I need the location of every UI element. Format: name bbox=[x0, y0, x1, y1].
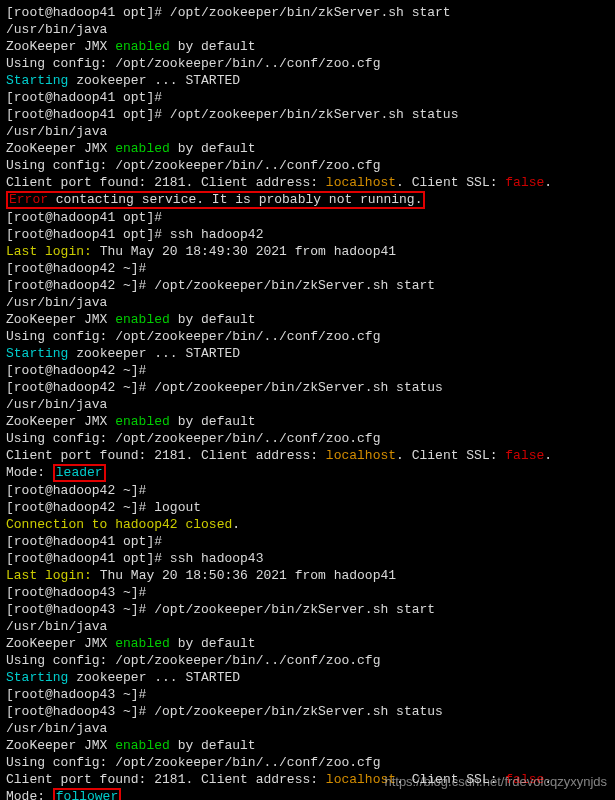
output-text: zookeeper ... STARTED bbox=[68, 73, 240, 88]
closed-text: closed bbox=[185, 517, 232, 532]
output-text: ZooKeeper JMX bbox=[6, 39, 115, 54]
mode-label: Mode: bbox=[6, 465, 53, 480]
prompt: [root@hadoop42 ~]# bbox=[6, 483, 154, 498]
output-text: by default bbox=[170, 312, 256, 327]
prompt: [root@hadoop41 opt]# bbox=[6, 90, 170, 105]
login-time: Thu May 20 18:50:36 2021 from hadoop41 bbox=[92, 568, 396, 583]
output-text: by default bbox=[170, 414, 256, 429]
command: /opt/zookeeper/bin/zkServer.sh start bbox=[154, 602, 435, 617]
command: logout bbox=[154, 500, 201, 515]
mode-label: Mode: bbox=[6, 789, 53, 800]
command: ssh hadoop42 bbox=[170, 227, 264, 242]
login-time: Thu May 20 18:49:30 2021 from hadoop41 bbox=[92, 244, 396, 259]
watermark-text: https://blog.csdn.net/frdevolcqzyxynjds bbox=[384, 773, 607, 790]
status-enabled: enabled bbox=[115, 39, 170, 54]
status-enabled: enabled bbox=[115, 414, 170, 429]
prompt: [root@hadoop43 ~]# bbox=[6, 602, 154, 617]
error-msg: contacting service. It is probably not r… bbox=[48, 192, 422, 207]
output-text: . bbox=[544, 448, 552, 463]
prompt: [root@hadoop43 ~]# bbox=[6, 704, 154, 719]
output-text: . bbox=[544, 175, 552, 190]
prompt: [root@hadoop42 ~]# bbox=[6, 363, 154, 378]
output-text: zookeeper ... STARTED bbox=[68, 346, 240, 361]
prompt: [root@hadoop41 opt]# bbox=[6, 227, 170, 242]
follower-highlight-box: follower bbox=[53, 788, 121, 800]
output-text: ZooKeeper JMX bbox=[6, 141, 115, 156]
ssl-false: false bbox=[505, 448, 544, 463]
output-text: by default bbox=[170, 738, 256, 753]
output-line: /usr/bin/java bbox=[6, 720, 609, 737]
output-line: Using config: /opt/zookeeper/bin/../conf… bbox=[6, 430, 609, 447]
status-enabled: enabled bbox=[115, 738, 170, 753]
output-line: Using config: /opt/zookeeper/bin/../conf… bbox=[6, 157, 609, 174]
command: /opt/zookeeper/bin/zkServer.sh status bbox=[170, 107, 459, 122]
output-text: . bbox=[232, 517, 240, 532]
command: ssh hadoop43 bbox=[170, 551, 264, 566]
status-starting: Starting bbox=[6, 73, 68, 88]
prompt: [root@hadoop42 ~]# bbox=[6, 500, 154, 515]
prompt: [root@hadoop41 opt]# bbox=[6, 534, 170, 549]
command: /opt/zookeeper/bin/zkServer.sh start bbox=[170, 5, 451, 20]
prompt: [root@hadoop41 opt]# bbox=[6, 107, 170, 122]
output-text: Client port found: 2181. Client address: bbox=[6, 772, 326, 787]
output-line: Using config: /opt/zookeeper/bin/../conf… bbox=[6, 754, 609, 771]
prompt: [root@hadoop43 ~]# bbox=[6, 585, 154, 600]
prompt: [root@hadoop42 ~]# bbox=[6, 380, 154, 395]
status-enabled: enabled bbox=[115, 636, 170, 651]
output-text: ZooKeeper JMX bbox=[6, 738, 115, 753]
output-line: /usr/bin/java bbox=[6, 396, 609, 413]
output-line: /usr/bin/java bbox=[6, 21, 609, 38]
output-text: Client port found: 2181. Client address: bbox=[6, 448, 326, 463]
output-line: Using config: /opt/zookeeper/bin/../conf… bbox=[6, 328, 609, 345]
status-starting: Starting bbox=[6, 346, 68, 361]
prompt: [root@hadoop42 ~]# bbox=[6, 261, 154, 276]
output-text: by default bbox=[170, 39, 256, 54]
leader-highlight-box: leader bbox=[53, 464, 106, 482]
output-text: zookeeper ... STARTED bbox=[68, 670, 240, 685]
status-enabled: enabled bbox=[115, 141, 170, 156]
command: /opt/zookeeper/bin/zkServer.sh start bbox=[154, 278, 435, 293]
error-highlight-box: Error contacting service. It is probably… bbox=[6, 191, 425, 209]
status-enabled: enabled bbox=[115, 312, 170, 327]
mode-leader: leader bbox=[56, 465, 103, 480]
status-starting: Starting bbox=[6, 670, 68, 685]
mode-follower: follower bbox=[56, 789, 118, 800]
output-text: Client port found: 2181. Client address: bbox=[6, 175, 326, 190]
prompt: [root@hadoop42 ~]# bbox=[6, 278, 154, 293]
connection-text: Connection to hadoop42 bbox=[6, 517, 185, 532]
command: /opt/zookeeper/bin/zkServer.sh status bbox=[154, 380, 443, 395]
terminal-output: [root@hadoop41 opt]# /opt/zookeeper/bin/… bbox=[6, 4, 609, 800]
output-line: /usr/bin/java bbox=[6, 123, 609, 140]
localhost-text: localhost bbox=[326, 448, 396, 463]
output-text: by default bbox=[170, 141, 256, 156]
output-text: ZooKeeper JMX bbox=[6, 636, 115, 651]
prompt: [root@hadoop41 opt]# bbox=[6, 551, 170, 566]
last-login-label: Last login: bbox=[6, 568, 92, 583]
localhost-text: localhost bbox=[326, 175, 396, 190]
output-line: /usr/bin/java bbox=[6, 294, 609, 311]
prompt: [root@hadoop43 ~]# bbox=[6, 687, 154, 702]
prompt: [root@hadoop41 opt]# bbox=[6, 5, 170, 20]
output-text: ZooKeeper JMX bbox=[6, 312, 115, 327]
output-line: Using config: /opt/zookeeper/bin/../conf… bbox=[6, 55, 609, 72]
output-text: . Client SSL: bbox=[396, 175, 505, 190]
ssl-false: false bbox=[505, 175, 544, 190]
command: /opt/zookeeper/bin/zkServer.sh status bbox=[154, 704, 443, 719]
output-text: . Client SSL: bbox=[396, 448, 505, 463]
prompt: [root@hadoop41 opt]# bbox=[6, 210, 170, 225]
output-line: Using config: /opt/zookeeper/bin/../conf… bbox=[6, 652, 609, 669]
error-text: Error bbox=[9, 192, 48, 207]
output-text: ZooKeeper JMX bbox=[6, 414, 115, 429]
last-login-label: Last login: bbox=[6, 244, 92, 259]
output-text: by default bbox=[170, 636, 256, 651]
output-line: /usr/bin/java bbox=[6, 618, 609, 635]
